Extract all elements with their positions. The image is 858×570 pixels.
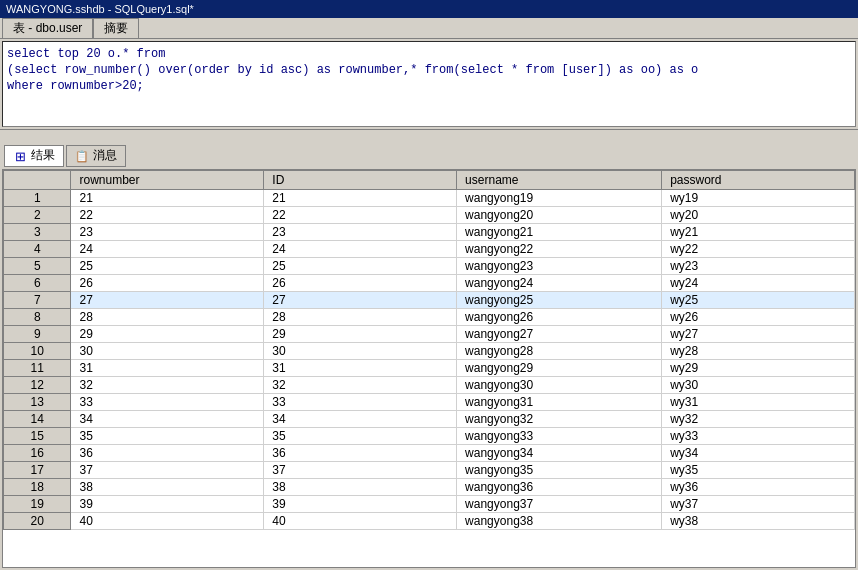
row-number-cell: 11 [4,359,71,376]
id-cell: 36 [264,444,457,461]
id-cell: 32 [264,376,457,393]
row-number-cell: 12 [4,376,71,393]
password-cell: wy29 [662,359,855,376]
tab-summary[interactable]: 摘要 [93,18,139,38]
table-row[interactable]: 42424wangyong22wy22 [4,240,855,257]
rownumber-cell: 29 [71,325,264,342]
messages-tab-label: 消息 [93,147,117,164]
results-toolbar: 结果 消息 [0,143,858,169]
horizontal-scrollbar[interactable] [0,129,858,143]
rownumber-cell: 33 [71,393,264,410]
rownumber-cell: 24 [71,240,264,257]
username-cell: wangyong38 [457,512,662,529]
username-cell: wangyong29 [457,359,662,376]
sql-line-2: (select row_number() over(order by id as… [7,62,851,78]
table-row[interactable]: 173737wangyong35wy35 [4,461,855,478]
table-row[interactable]: 12121wangyong19wy19 [4,189,855,206]
id-cell: 38 [264,478,457,495]
tab-table-label: 表 - dbo.user [13,20,82,37]
username-cell: wangyong35 [457,461,662,478]
username-cell: wangyong34 [457,444,662,461]
password-cell: wy38 [662,512,855,529]
row-number-cell: 4 [4,240,71,257]
col-header-password: password [662,170,855,189]
id-cell: 28 [264,308,457,325]
msg-icon [75,149,89,163]
results-table-container[interactable]: rownumber ID username password 12121wang… [2,169,856,568]
rownumber-cell: 37 [71,461,264,478]
row-number-cell: 17 [4,461,71,478]
rownumber-cell: 27 [71,291,264,308]
messages-tab-button[interactable]: 消息 [66,145,126,167]
col-header-id: ID [264,170,457,189]
window-title: WANGYONG.sshdb - SQLQuery1.sql* [6,3,194,15]
col-header-username: username [457,170,662,189]
row-number-cell: 18 [4,478,71,495]
tab-table[interactable]: 表 - dbo.user [2,18,93,38]
password-cell: wy21 [662,223,855,240]
table-row[interactable]: 193939wangyong37wy37 [4,495,855,512]
id-cell: 34 [264,410,457,427]
row-number-cell: 19 [4,495,71,512]
id-cell: 26 [264,274,457,291]
table-row[interactable]: 204040wangyong38wy38 [4,512,855,529]
table-row[interactable]: 153535wangyong33wy33 [4,427,855,444]
sql-line-1: select top 20 o.* from [7,46,851,62]
password-cell: wy32 [662,410,855,427]
table-header-row: rownumber ID username password [4,170,855,189]
table-row[interactable]: 72727wangyong25wy25 [4,291,855,308]
password-cell: wy28 [662,342,855,359]
rownumber-cell: 21 [71,189,264,206]
username-cell: wangyong26 [457,308,662,325]
rownumber-cell: 22 [71,206,264,223]
username-cell: wangyong31 [457,393,662,410]
username-cell: wangyong32 [457,410,662,427]
username-cell: wangyong21 [457,223,662,240]
id-cell: 30 [264,342,457,359]
id-cell: 39 [264,495,457,512]
username-cell: wangyong24 [457,274,662,291]
row-number-cell: 16 [4,444,71,461]
username-cell: wangyong28 [457,342,662,359]
rownumber-cell: 31 [71,359,264,376]
col-header-rownum [4,170,71,189]
table-row[interactable]: 103030wangyong28wy28 [4,342,855,359]
rownumber-cell: 35 [71,427,264,444]
col-header-rownumber: rownumber [71,170,264,189]
table-row[interactable]: 183838wangyong36wy36 [4,478,855,495]
password-cell: wy23 [662,257,855,274]
password-cell: wy35 [662,461,855,478]
rownumber-cell: 36 [71,444,264,461]
id-cell: 37 [264,461,457,478]
table-row[interactable]: 32323wangyong21wy21 [4,223,855,240]
row-number-cell: 15 [4,427,71,444]
id-cell: 40 [264,512,457,529]
table-row[interactable]: 143434wangyong32wy32 [4,410,855,427]
table-row[interactable]: 62626wangyong24wy24 [4,274,855,291]
table-row[interactable]: 133333wangyong31wy31 [4,393,855,410]
table-row[interactable]: 92929wangyong27wy27 [4,325,855,342]
row-number-cell: 1 [4,189,71,206]
username-cell: wangyong19 [457,189,662,206]
row-number-cell: 2 [4,206,71,223]
rownumber-cell: 40 [71,512,264,529]
username-cell: wangyong27 [457,325,662,342]
results-tab-button[interactable]: 结果 [4,145,64,167]
rownumber-cell: 32 [71,376,264,393]
table-row[interactable]: 113131wangyong29wy29 [4,359,855,376]
row-number-cell: 20 [4,512,71,529]
username-cell: wangyong23 [457,257,662,274]
sql-editor[interactable]: select top 20 o.* from (select row_numbe… [2,41,856,127]
id-cell: 21 [264,189,457,206]
username-cell: wangyong30 [457,376,662,393]
table-row[interactable]: 52525wangyong23wy23 [4,257,855,274]
table-row[interactable]: 22222wangyong20wy20 [4,206,855,223]
row-number-cell: 10 [4,342,71,359]
table-row[interactable]: 123232wangyong30wy30 [4,376,855,393]
table-row[interactable]: 82828wangyong26wy26 [4,308,855,325]
rownumber-cell: 39 [71,495,264,512]
password-cell: wy22 [662,240,855,257]
id-cell: 23 [264,223,457,240]
table-row[interactable]: 163636wangyong34wy34 [4,444,855,461]
results-tab-label: 结果 [31,147,55,164]
